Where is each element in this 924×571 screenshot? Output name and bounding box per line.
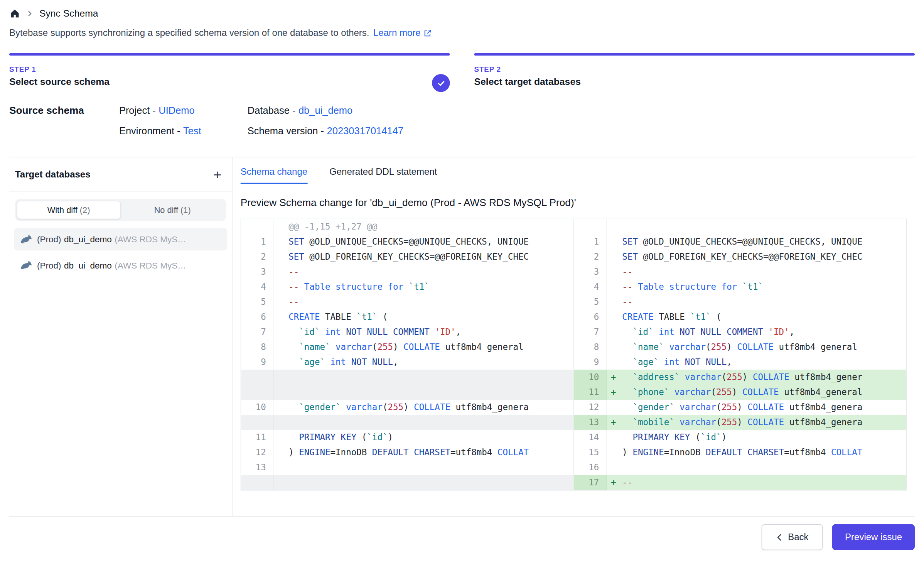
diff-line-number: 13 — [574, 415, 607, 430]
diff-row: @@ -1,15 +1,27 @@ — [241, 219, 573, 234]
stepper: STEP 1 Select source schema STEP 2 Selec… — [9, 53, 915, 87]
diff-row — [241, 415, 573, 430]
diff-add-marker — [607, 309, 620, 324]
diff-line-number: 1 — [241, 234, 273, 249]
diff-code-line: -- — [620, 264, 906, 279]
source-schema-summary: Source schema Project -UIDemo Database -… — [9, 105, 915, 137]
learn-more-link[interactable]: Learn more — [373, 28, 432, 38]
diff-line-number: 7 — [574, 324, 607, 340]
diff-line-number: 4 — [241, 279, 273, 294]
diff-line-number — [241, 385, 273, 400]
tab-generated-ddl[interactable]: Generated DDL statement — [329, 167, 437, 184]
diff-line-number: 10 — [574, 370, 607, 385]
diff-line-number: 9 — [574, 355, 607, 370]
diff-add-marker: + — [607, 415, 620, 430]
diff-line-number: 16 — [574, 460, 607, 475]
diff-code-line — [273, 385, 573, 400]
diff-line-number: 10 — [241, 400, 273, 415]
diff-line-number: 8 — [574, 340, 607, 355]
diff-line-number: 6 — [574, 309, 607, 324]
home-icon[interactable] — [9, 8, 20, 19]
breadcrumb: Sync Schema — [9, 6, 915, 19]
diff-line-number: 12 — [241, 445, 273, 460]
diff-filter-tabs: With diff(2) No diff(1) — [15, 199, 226, 221]
diff-row: 5-- — [241, 294, 573, 309]
diff-add-marker — [607, 249, 620, 264]
diff-line-number: 2 — [241, 249, 273, 264]
diff-line-number — [241, 475, 273, 490]
diff-line-number: 4 — [574, 279, 607, 294]
diff-line-number: 5 — [241, 294, 273, 309]
environment-link[interactable]: Test — [183, 125, 201, 136]
diff-line-number: 2 — [574, 249, 607, 264]
preview-issue-button[interactable]: Preview issue — [832, 524, 915, 550]
tab-no-diff[interactable]: No diff(1) — [121, 201, 224, 219]
diff-row: 1SET @OLD_UNIQUE_CHECKS=@@UNIQUE_CHECKS,… — [241, 234, 573, 249]
diff-code-line: -- — [273, 294, 573, 309]
back-button[interactable]: Back — [761, 524, 823, 550]
preview-title: Preview Schema change for 'db_ui_demo (P… — [241, 197, 907, 209]
diff-add-marker — [607, 340, 620, 355]
diff-code-line: `age` int NOT NULL, — [273, 355, 573, 370]
content-tabs: Schema change Generated DDL statement — [241, 167, 907, 184]
target-database-item[interactable]: (Prod)db_ui_demo(AWS RDS MyS… — [14, 254, 227, 276]
step-1: STEP 1 Select source schema — [9, 53, 450, 87]
page-title: Sync Schema — [39, 8, 98, 19]
schema-version-link[interactable]: 20230317014147 — [327, 125, 403, 136]
tab-with-diff[interactable]: With diff(2) — [17, 201, 120, 219]
step-complete-check-icon — [432, 74, 450, 92]
diff-pane-target[interactable]: 1SET @OLD_UNIQUE_CHECKS=@@UNIQUE_CHECKS,… — [573, 219, 906, 490]
diff-code-line — [273, 370, 573, 385]
diff-code-line: SET @OLD_UNIQUE_CHECKS=@@UNIQUE_CHECKS, … — [273, 234, 573, 249]
diff-code-line: `name` varchar(255) COLLATE utf8mb4_gene… — [620, 340, 906, 355]
add-target-database-button[interactable]: + — [209, 166, 226, 183]
database-link[interactable]: db_ui_demo — [298, 105, 352, 116]
diff-line-number: 6 — [241, 309, 273, 324]
page-description: Bytebase supports synchronizing a specif… — [9, 28, 369, 38]
diff-row: 13 — [241, 460, 573, 475]
step-1-kicker: STEP 1 — [9, 65, 450, 73]
diff-row: 9 `age` int NOT NULL, — [241, 355, 573, 370]
no-diff-count: (1) — [180, 205, 191, 215]
mysql-engine-icon — [20, 259, 32, 271]
diff-code-line: `gender` varchar(255) COLLATE utf8mb4_ge… — [620, 400, 906, 415]
diff-row: 12) ENGINE=InnoDB DEFAULT CHARSET=utf8mb… — [241, 445, 573, 460]
tab-schema-change[interactable]: Schema change — [241, 167, 307, 184]
diff-add-marker — [607, 279, 620, 294]
diff-add-marker — [607, 430, 620, 445]
diff-add-marker — [607, 234, 620, 249]
diff-line-number: 5 — [574, 294, 607, 309]
diff-pane-source[interactable]: @@ -1,15 +1,27 @@1SET @OLD_UNIQUE_CHECKS… — [241, 219, 573, 490]
diff-row: 12 `gender` varchar(255) COLLATE utf8mb4… — [574, 400, 906, 415]
diff-code-line — [620, 460, 906, 475]
project-link[interactable]: UIDemo — [158, 105, 195, 116]
diff-code-line: `name` varchar(255) COLLATE utf8mb4_gene… — [273, 340, 573, 355]
diff-row: 8 `name` varchar(255) COLLATE utf8mb4_ge… — [241, 340, 573, 355]
diff-line-number: 9 — [241, 355, 273, 370]
sync-schema-page: Sync Schema Bytebase supports synchroniz… — [0, 0, 924, 571]
diff-code-line — [273, 415, 573, 430]
diff-line-number — [241, 370, 273, 385]
diff-code-line: SET @OLD_FOREIGN_KEY_CHECKS=@@FOREIGN_KE… — [273, 249, 573, 264]
diff-line-number: 3 — [574, 264, 607, 279]
diff-row: 7 `id` int NOT NULL COMMENT 'ID', — [241, 324, 573, 340]
diff-code-line — [620, 219, 906, 234]
diff-row: 2SET @OLD_FOREIGN_KEY_CHECKS=@@FOREIGN_K… — [574, 249, 906, 264]
diff-line-number: 15 — [574, 445, 607, 460]
diff-add-marker — [607, 355, 620, 370]
target-database-label: (Prod)db_ui_demo(AWS RDS MyS… — [37, 260, 186, 270]
diff-line-number — [574, 219, 607, 234]
breadcrumb-chevron-icon — [27, 10, 33, 17]
diff-code-line: CREATE TABLE `t1` ( — [273, 309, 573, 324]
diff-add-marker — [607, 294, 620, 309]
diff-add-marker: + — [607, 370, 620, 385]
diff-row: 11 PRIMARY KEY (`id`) — [241, 430, 573, 445]
diff-row: 4-- Table structure for `t1` — [241, 279, 573, 294]
diff-code-line — [273, 460, 573, 475]
schema-diff[interactable]: @@ -1,15 +1,27 @@1SET @OLD_UNIQUE_CHECKS… — [241, 219, 907, 491]
diff-code-line: `id` int NOT NULL COMMENT 'ID', — [273, 324, 573, 340]
target-databases-title: Target databases — [15, 169, 91, 180]
diff-row: 1SET @OLD_UNIQUE_CHECKS=@@UNIQUE_CHECKS,… — [574, 234, 906, 249]
diff-row: 7 `id` int NOT NULL COMMENT 'ID', — [574, 324, 906, 340]
target-database-item[interactable]: (Prod)db_ui_demo(AWS RDS MyS… — [14, 228, 227, 250]
